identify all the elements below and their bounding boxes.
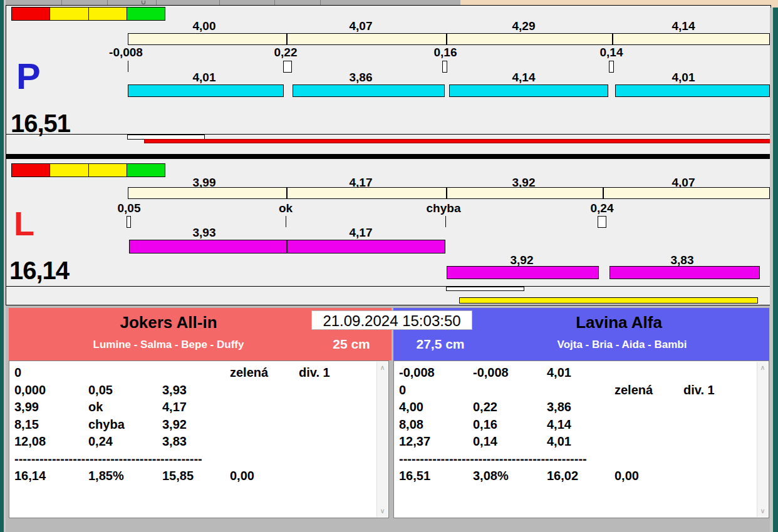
dog-run-bar (615, 84, 770, 97)
log-cell: 12,08 (14, 434, 46, 449)
split-timeline-bar (128, 33, 770, 45)
log-cell: 15,85 (162, 469, 194, 483)
log-cell: 3,93 (162, 383, 187, 397)
split-tick (286, 188, 288, 198)
log-row: ----------------------------------------… (9, 452, 388, 469)
log-cell: 3,83 (162, 434, 187, 449)
split-time-label: 4,07 (643, 177, 724, 188)
start-light (50, 7, 88, 21)
window-border-left-inner (4, 0, 6, 532)
log-cell: 1,85% (88, 469, 124, 483)
dog-time-label: 3,86 (320, 72, 402, 83)
baseline (6, 286, 770, 287)
lane-letter-l: L (14, 207, 34, 240)
change-marker-box (442, 61, 447, 73)
start-light (89, 7, 127, 21)
change-time-label: 0,14 (571, 47, 652, 58)
dog-run-bar (129, 240, 445, 253)
change-marker-box (598, 216, 606, 228)
split-tick (446, 34, 447, 44)
log-left[interactable]: ∧ ∨ 0zelenádiv. 10,0000,053,933,99ok4,17… (9, 361, 389, 518)
dog-run-bar (128, 84, 284, 97)
log-row: 12,080,243,83 (9, 434, 388, 451)
progress-bar-red (144, 139, 770, 143)
log-row: 8,15chyba3,92 (9, 417, 388, 434)
log-cell: 16,02 (547, 469, 578, 483)
start-light (11, 7, 50, 21)
log-cell: -0,008 (399, 366, 435, 380)
strip-divider (61, 0, 62, 5)
team-right-height: 27,5 cm (403, 337, 478, 352)
log-cell: 16,14 (14, 469, 46, 483)
log-cell: 0,16 (473, 417, 497, 432)
log-right[interactable]: ∧ ∨ -0,008-0,0084,010zelenádiv. 14,000,2… (393, 361, 769, 518)
split-tick (286, 240, 288, 253)
log-row: 4,000,223,86 (394, 400, 769, 417)
team-left-height: 25 cm (314, 337, 389, 352)
change-marker-box (283, 61, 292, 73)
change-marker-box (127, 216, 131, 228)
log-cell: 3,86 (547, 400, 571, 414)
log-cell: 4,17 (162, 400, 187, 414)
dog-time-label: 4,01 (163, 72, 245, 83)
scroll-down-icon[interactable]: ∨ (757, 507, 768, 515)
log-cell: 4,14 (547, 417, 571, 432)
dog-run-bar (449, 84, 608, 97)
start-lights-p (11, 7, 165, 21)
log-row: 0zelenádiv. 1 (394, 383, 769, 400)
team-left-name: Jokers All-in (28, 313, 309, 332)
scroll-down-icon[interactable]: ∨ (377, 507, 388, 515)
log-cell: 3,92 (162, 417, 187, 432)
log-cell: 0 (14, 366, 21, 380)
log-cell: 4,00 (399, 400, 423, 414)
dog-run-bar (609, 266, 760, 279)
log-cell: 4,01 (547, 434, 571, 449)
lane-panel-l: 3,99 4,17 3,92 4,07 0,05 ok chyba 0,24 3… (6, 158, 771, 305)
log-cell: 0,000 (14, 383, 46, 397)
dog-run-bar (293, 84, 445, 97)
split-time-label: 3,92 (483, 177, 564, 188)
lane-total-l: 16,14 (9, 258, 69, 283)
log-cell: 16,51 (399, 469, 430, 483)
log-cell: chyba (88, 417, 125, 432)
team-right-members: Vojta - Bria - Aida - Bambi (494, 339, 750, 351)
log-cell: 8,08 (399, 417, 423, 432)
log-cell: 0,24 (88, 434, 113, 449)
baseline (6, 134, 770, 135)
team-left-members: Lumine - Salma - Bepe - Duffy (40, 339, 297, 351)
log-cell: ----------------------------------------… (399, 452, 587, 466)
split-time-label: 4,17 (320, 177, 402, 188)
lane-panel-p: 4,00 4,07 4,29 4,14 -0,008 0,22 0,16 0,1… (6, 5, 771, 155)
lane-letter-p: P (16, 58, 41, 95)
change-time-label: chyba (403, 203, 484, 213)
window-border-right (773, 8, 778, 532)
team-right-name: Lavina Alfa (475, 313, 763, 332)
dog-run-bar (447, 266, 599, 279)
split-time-label: 4,14 (643, 21, 724, 31)
split-tick (612, 34, 613, 44)
log-cell: 0,05 (88, 383, 113, 397)
log-cell: 4,01 (547, 366, 571, 380)
log-cell: 3,99 (14, 400, 39, 414)
scoreboard-section: Jokers All-in Lumine - Salma - Bepe - Du… (5, 305, 770, 532)
start-light (127, 7, 165, 21)
start-light (89, 163, 127, 177)
progress-outline (446, 287, 524, 291)
dog-time-label: 3,93 (163, 227, 245, 238)
progress-bar-yellow (459, 297, 758, 304)
log-cell: div. 1 (683, 383, 715, 397)
change-marker-tick (128, 61, 128, 72)
split-time-label: 4,00 (163, 21, 245, 31)
change-marker-tick (445, 216, 446, 227)
log-row: 8,080,164,14 (394, 417, 769, 434)
split-tick (603, 188, 604, 198)
change-marker-box (609, 61, 614, 73)
start-light (127, 163, 165, 177)
log-row: 3,99ok4,17 (9, 400, 388, 417)
log-cell: 0,00 (230, 469, 254, 483)
change-time-label: ok (245, 203, 326, 213)
log-cell: 8,15 (14, 417, 39, 432)
dog-time-label: 4,01 (643, 72, 724, 83)
start-light (11, 163, 50, 177)
change-time-label: 0,22 (245, 47, 326, 58)
